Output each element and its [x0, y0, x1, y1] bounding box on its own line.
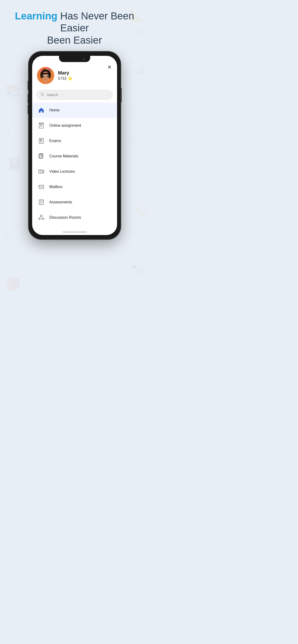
menu-list: Home Online assignment [32, 102, 117, 230]
svg-rect-39 [39, 123, 43, 128]
menu-item-exams[interactable]: Exams [32, 133, 117, 148]
svg-rect-55 [39, 170, 43, 173]
exams-icon [37, 136, 46, 145]
user-profile-section: Mary 5733 ⭐ [32, 63, 117, 88]
header-title: Learning Has Never Been Easier Been Easi… [0, 10, 149, 46]
svg-point-34 [48, 76, 48, 76]
svg-rect-28 [41, 73, 50, 74]
svg-text:🖊: 🖊 [3, 228, 16, 242]
svg-point-27 [48, 72, 51, 78]
svg-text:📚: 📚 [5, 84, 21, 99]
notch-camera [83, 58, 85, 60]
close-button[interactable]: ✕ [106, 64, 113, 71]
svg-text:✂: ✂ [132, 134, 141, 146]
menu-item-video-lectures[interactable]: Video Lectures [32, 164, 117, 179]
user-name: Mary [58, 70, 72, 76]
svg-rect-43 [40, 123, 41, 124]
menu-item-home[interactable]: Home [32, 102, 117, 118]
svg-point-13 [135, 106, 143, 124]
svg-line-38 [43, 95, 44, 96]
menu-label-course: Course Materials [49, 154, 78, 158]
search-input[interactable] [47, 93, 109, 97]
svg-point-35 [45, 77, 46, 78]
menu-item-discussion-rooms[interactable]: Discussion Rooms [32, 210, 117, 225]
svg-text:🎒: 🎒 [6, 277, 20, 290]
user-info: Mary 5733 ⭐ [58, 70, 72, 81]
menu-label-assignment: Online assignment [49, 124, 81, 128]
menu-label-video: Video Lectures [49, 170, 75, 174]
svg-point-31 [43, 76, 44, 77]
avatar [37, 67, 54, 84]
menu-item-course-materials[interactable]: Course Materials [32, 148, 117, 164]
user-points: 5733 ⭐ [58, 76, 72, 81]
svg-line-69 [40, 216, 41, 218]
menu-item-online-assignment[interactable]: Online assignment [32, 118, 117, 133]
svg-point-56 [40, 170, 41, 171]
search-icon [41, 92, 44, 97]
home-icon [37, 106, 46, 114]
svg-rect-58 [39, 185, 44, 188]
svg-text:10: 10 [1, 125, 10, 134]
video-lectures-icon [37, 167, 46, 176]
menu-label-home: Home [49, 108, 60, 112]
svg-point-26 [40, 72, 43, 78]
discussion-rooms-icon [37, 213, 46, 222]
svg-text:🔭: 🔭 [131, 264, 146, 279]
svg-text:📏: 📏 [133, 204, 148, 219]
phone-frame: ✕ [29, 52, 120, 239]
svg-point-66 [41, 215, 42, 216]
svg-point-33 [44, 76, 44, 76]
menu-item-assessments[interactable]: Assessments [32, 194, 117, 210]
menu-item-mailbox[interactable]: Mailbox [32, 179, 117, 194]
menu-item-weekly-plan[interactable]: Weekly Plan [32, 225, 117, 230]
search-bar[interactable] [37, 90, 113, 100]
svg-text:🔬: 🔬 [134, 62, 148, 75]
menu-label-discussion: Discussion Rooms [49, 216, 81, 220]
assignment-icon [37, 121, 46, 130]
header-line2: Been Easier [47, 34, 102, 46]
header-learning: Learning [15, 10, 57, 22]
menu-label-mailbox: Mailbox [49, 185, 63, 189]
svg-rect-44 [42, 123, 43, 124]
screen-content: Mary 5733 ⭐ [32, 56, 117, 230]
phone-notch [59, 56, 90, 62]
course-materials-icon [37, 152, 46, 160]
weekly-plan-icon [37, 228, 46, 230]
svg-point-12 [131, 106, 147, 124]
assessments-icon [37, 198, 46, 206]
menu-label-exams: Exams [49, 139, 61, 143]
mailbox-icon [37, 182, 46, 191]
svg-rect-36 [44, 80, 47, 82]
phone-screen: ✕ [32, 56, 117, 235]
menu-label-assessments: Assessments [49, 200, 72, 204]
svg-line-70 [42, 216, 43, 218]
header-rest: Has Never Been Easier [57, 10, 134, 34]
svg-text:📓: 📓 [7, 156, 22, 171]
svg-point-32 [47, 76, 48, 77]
bottom-indicator [63, 232, 87, 233]
